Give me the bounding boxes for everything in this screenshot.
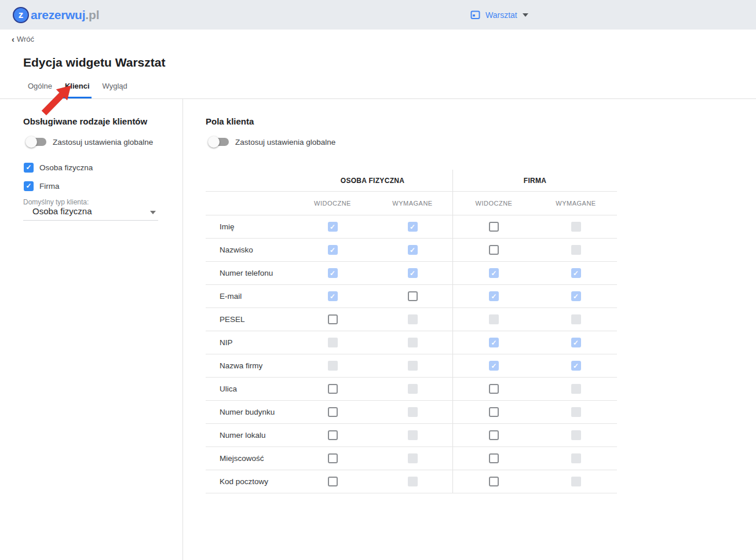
checkbox-cell	[372, 424, 452, 446]
sidebar-panel: Obsługiwane rodzaje klientów Zastosuj us…	[0, 113, 182, 560]
field-checkbox	[571, 477, 581, 486]
field-checkbox	[408, 361, 418, 371]
field-row: Kod pocztowy	[206, 470, 617, 493]
column-header: WIDOCZNE	[452, 192, 535, 215]
checkbox-cell	[293, 470, 372, 493]
field-checkbox[interactable]	[328, 384, 338, 394]
checkbox-cell: ✓	[452, 331, 535, 354]
field-label: Nazwisko	[206, 239, 293, 261]
checkbox-cell	[535, 424, 617, 446]
group-header-firma: FIRMA	[452, 170, 617, 191]
field-checkbox[interactable]	[489, 407, 499, 417]
field-checkbox: ✓	[571, 361, 581, 371]
default-type-value: Osoba fizyczna	[32, 206, 92, 216]
client-type-option[interactable]: ✓Firma	[24, 177, 93, 195]
topbar: z arezerwuj .pl Warsztat	[0, 0, 756, 30]
checkbox-cell	[535, 470, 617, 493]
field-checkbox	[571, 407, 581, 417]
checkbox-cell	[293, 354, 372, 377]
client-type-option[interactable]: ✓Osoba fizyczna	[24, 158, 93, 177]
table-group-header-row: OSOBA FIZYCZNA FIRMA	[206, 170, 617, 192]
checkbox-cell	[535, 447, 617, 470]
field-checkbox: ✓	[328, 268, 338, 278]
default-type-label: Domyślny typ klienta:	[23, 198, 89, 206]
field-checkbox[interactable]	[328, 453, 338, 463]
checkbox-cell	[372, 401, 452, 423]
checkbox-cell: ✓	[452, 354, 535, 377]
field-checkbox: ✓	[571, 268, 581, 278]
checkbox-cell	[535, 401, 617, 423]
field-label: NIP	[206, 331, 293, 354]
back-chevron-icon: ‹	[12, 34, 14, 44]
field-label: Numer budynku	[206, 401, 293, 423]
client-type-checkbox[interactable]: ✓	[24, 181, 34, 191]
field-row: NIP✓✓	[206, 331, 617, 354]
field-checkbox[interactable]	[489, 384, 499, 394]
field-label: Numer lokalu	[206, 424, 293, 446]
field-checkbox[interactable]	[489, 477, 499, 486]
sidebar-global-toggle[interactable]	[25, 136, 47, 148]
checkbox-cell	[535, 378, 617, 400]
field-checkbox: ✓	[408, 222, 418, 232]
sidebar-global-toggle-row: Zastosuj ustawienia globalne	[25, 136, 153, 148]
tab-klienci[interactable]: Klienci	[63, 82, 92, 98]
chevron-down-icon	[523, 13, 528, 17]
field-checkbox[interactable]	[489, 430, 499, 440]
subheader-spacer	[206, 192, 293, 215]
field-label: Nazwa firmy	[206, 354, 293, 377]
field-checkbox	[408, 477, 418, 486]
main-global-toggle-row: Zastosuj ustawienia globalne	[208, 136, 335, 148]
client-type-label: Osoba fizyczna	[39, 163, 93, 172]
field-row: Ulica	[206, 378, 617, 401]
field-checkbox[interactable]	[328, 314, 338, 324]
field-checkbox[interactable]	[489, 453, 499, 463]
checkbox-cell	[293, 401, 372, 423]
back-link[interactable]: ‹ Wróć	[12, 34, 34, 44]
field-checkbox: ✓	[489, 361, 499, 371]
checkbox-cell	[452, 424, 535, 446]
checkbox-cell: ✓	[293, 262, 372, 284]
field-checkbox: ✓	[489, 268, 499, 278]
checkbox-cell	[372, 285, 452, 308]
field-checkbox[interactable]	[408, 291, 418, 301]
field-checkbox[interactable]	[328, 407, 338, 417]
main-global-toggle[interactable]	[208, 136, 229, 148]
field-row: Imię✓✓	[206, 215, 617, 239]
checkbox-cell	[293, 331, 372, 354]
sidebar-global-toggle-label: Zastosuj ustawienia globalne	[53, 138, 153, 147]
client-type-checkbox[interactable]: ✓	[24, 163, 34, 173]
widget-selector[interactable]: Warsztat	[470, 0, 528, 30]
field-checkbox[interactable]	[489, 222, 499, 232]
field-checkbox[interactable]	[489, 245, 499, 255]
default-type-select[interactable]: Osoba fizyczna	[23, 206, 158, 221]
field-row: E-mail✓✓✓	[206, 285, 617, 308]
field-checkbox[interactable]	[328, 430, 338, 440]
checkbox-cell: ✓	[372, 215, 452, 238]
tab-wyglad[interactable]: Wygląd	[103, 82, 127, 98]
checkbox-cell	[452, 215, 535, 238]
sidebar-heading: Obsługiwane rodzaje klientów	[23, 116, 147, 126]
checkbox-cell: ✓	[535, 331, 617, 354]
select-caret-icon	[150, 211, 156, 214]
tab-bar: Ogólne Klienci Wygląd	[28, 82, 127, 98]
field-checkbox: ✓	[408, 245, 418, 255]
field-checkbox	[408, 314, 418, 324]
checkbox-cell	[452, 378, 535, 400]
tab-ogolne[interactable]: Ogólne	[28, 82, 52, 98]
field-label: Miejscowość	[206, 447, 293, 470]
table-subheader-row: WIDOCZNEWYMAGANEWIDOCZNEWYMAGANE	[206, 192, 617, 215]
field-checkbox	[408, 338, 418, 347]
group-header-spacer	[206, 170, 293, 191]
field-row: Numer budynku	[206, 401, 617, 424]
checkbox-cell	[372, 354, 452, 377]
toggle-knob[interactable]	[25, 136, 37, 148]
field-checkbox	[571, 430, 581, 440]
checkbox-cell	[293, 424, 372, 446]
field-checkbox[interactable]	[328, 477, 338, 486]
logo-text: arezerwuj	[31, 8, 85, 22]
field-row: Nazwisko✓✓	[206, 239, 617, 262]
checkbox-cell	[372, 470, 452, 493]
toggle-knob[interactable]	[208, 136, 220, 148]
sidebar-divider	[182, 98, 183, 560]
logo[interactable]: z arezerwuj .pl	[13, 7, 100, 23]
